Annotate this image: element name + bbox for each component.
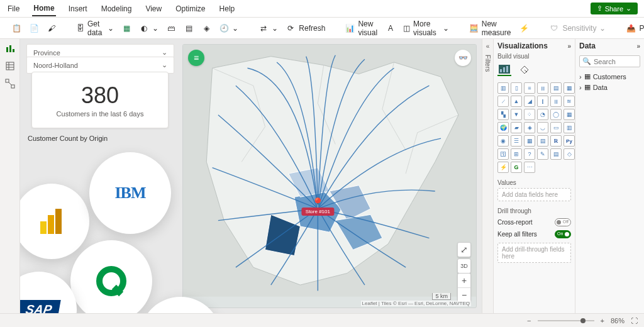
model-view-button[interactable] [4, 78, 16, 89]
zoom-out-button[interactable]: − [527, 317, 531, 324]
table-view-button[interactable] [4, 60, 16, 72]
format-visual-tab[interactable] [518, 64, 531, 76]
quick-measure-button[interactable]: ⚡ [515, 21, 533, 35]
format-painter-button[interactable]: 🖌 [43, 21, 60, 35]
zoom-slider[interactable] [538, 320, 594, 321]
menu-modeling[interactable]: Modeling [100, 2, 133, 16]
menu-view[interactable]: View [144, 2, 163, 16]
viz-100-bar[interactable]: ▤ [550, 82, 562, 94]
viz-gauge[interactable]: ◡ [537, 122, 548, 133]
excel-button[interactable]: ▦ [118, 21, 135, 35]
values-dropzone[interactable]: Add data fields here [497, 188, 571, 201]
viz-funnel[interactable]: ▼ [511, 109, 522, 120]
map-zoom-out-button[interactable]: − [458, 288, 470, 302]
viz-stacked-column[interactable]: ▯ [511, 82, 522, 94]
sql-button[interactable]: 🗃 [162, 21, 180, 35]
build-visual-tab[interactable] [497, 64, 511, 76]
viz-powerautomate[interactable]: ⚡ [497, 162, 509, 173]
viz-clustered-bar[interactable]: ≡ [524, 82, 535, 94]
refresh-button[interactable]: ⟳Refresh [282, 21, 329, 35]
publish-button[interactable]: 📤Publish [622, 21, 644, 35]
expand-right-icon[interactable]: » [567, 43, 571, 50]
viz-narrative[interactable]: ✎ [537, 148, 548, 160]
viz-scatter[interactable]: ⁘ [524, 109, 535, 120]
filters-pane-collapsed[interactable]: « Filters [482, 39, 493, 313]
expand-right-icon[interactable]: » [636, 43, 640, 50]
viz-pie[interactable]: ◔ [537, 109, 548, 120]
viz-kpi[interactable]: ◉ [497, 135, 509, 147]
datahub-button[interactable]: ◐⌄ [135, 21, 162, 35]
viz-r-script[interactable]: R [550, 135, 562, 147]
viz-azure-map[interactable]: ◈ [524, 122, 535, 133]
viz-paginated[interactable]: ▤ [550, 148, 562, 160]
viz-matrix[interactable]: ▤ [537, 135, 548, 147]
paste-button[interactable]: 📋 [8, 21, 25, 35]
viz-stacked-bar[interactable]: ▥ [497, 82, 509, 94]
viz-ribbon[interactable]: ≋ [564, 96, 575, 107]
menu-help[interactable]: Help [218, 2, 236, 16]
table-data[interactable]: › ▦ Data [579, 82, 640, 92]
more-visuals-button[interactable]: ◫More visuals⌄ [399, 18, 453, 39]
map-poi-button[interactable]: 👓 [455, 50, 471, 66]
viz-100-column[interactable]: ▦ [564, 82, 575, 94]
fit-to-page-button[interactable]: ⛶ [631, 317, 638, 324]
share-button[interactable]: ⇪ Share ⌄ [591, 3, 638, 14]
recent-sources-button[interactable]: 🕘⌄ [215, 21, 242, 35]
keep-filters-label: Keep all filters [497, 231, 537, 238]
viz-python[interactable]: Py [564, 135, 575, 147]
viz-decomposition[interactable]: ⊞ [511, 148, 522, 160]
vendor-logos-overlay: IBM SAP salesforce 🌐esri [20, 152, 240, 313]
viz-powerapps[interactable]: ◇ [564, 148, 575, 160]
table-customers[interactable]: › ▦ Customers [579, 71, 640, 82]
chevron-down-icon: ⌄ [152, 24, 158, 33]
viz-waterfall[interactable]: ▚ [497, 109, 509, 120]
menu-file[interactable]: File [6, 2, 21, 16]
zoom-in-button[interactable]: + [601, 317, 604, 324]
viz-line[interactable]: ⟋ [497, 96, 509, 107]
new-visual-button[interactable]: 📊New visual [341, 18, 382, 39]
drill-dropzone[interactable]: Add drill-through fields here [497, 243, 571, 263]
keep-filters-toggle[interactable]: On [555, 230, 571, 238]
viz-treemap[interactable]: ▦ [564, 109, 575, 120]
viz-map[interactable]: 🌍 [497, 122, 509, 133]
viz-donut[interactable]: ◯ [550, 109, 562, 120]
search-input[interactable] [594, 58, 637, 65]
values-label: Values [497, 179, 571, 186]
map-zoom-in-button[interactable]: + [458, 274, 470, 287]
map-menu-button[interactable]: ≡ [188, 50, 204, 66]
viz-key-influencers[interactable]: ⚿ [497, 148, 509, 160]
report-view-button[interactable] [4, 43, 16, 54]
viz-multi-card[interactable]: ▥ [564, 122, 575, 133]
province-slicer-value[interactable]: Noord-Holland ⌄ [26, 57, 174, 74]
dataverse-button[interactable]: ◈ [197, 21, 215, 35]
menu-home[interactable]: Home [32, 1, 55, 16]
viz-card[interactable]: ▭ [550, 122, 562, 133]
viz-table[interactable]: ▦ [524, 135, 535, 147]
map-3d-button[interactable]: 3D [458, 259, 470, 273]
viz-more[interactable]: ⋯ [524, 162, 535, 173]
transform-data-button[interactable]: ⇄⌄ [255, 21, 282, 35]
viz-clustered-column[interactable]: ⫼ [537, 82, 548, 94]
viz-qna[interactable]: ? [524, 148, 535, 160]
copy-button[interactable]: 📄 [25, 21, 43, 35]
text-box-button[interactable]: A [382, 21, 399, 35]
viz-area[interactable]: ▲ [511, 96, 522, 107]
viz-slicer[interactable]: ☰ [511, 135, 522, 147]
enter-data-button[interactable]: ▤ [180, 21, 197, 35]
search-box[interactable]: 🔍 [579, 55, 640, 67]
get-data-button[interactable]: 🗄 Get data ⌄ [73, 18, 118, 39]
viz-custom[interactable]: G [511, 162, 522, 173]
report-canvas[interactable]: Province ⌄ Noord-Holland ⌄ 380 Customers… [20, 39, 482, 313]
viz-filled-map[interactable]: ▰ [511, 122, 522, 133]
sensitivity-button[interactable]: 🛡Sensitivity⌄ [545, 21, 609, 35]
viz-stacked-area[interactable]: ◢ [524, 96, 535, 107]
new-measure-button[interactable]: 🧮New measure [465, 18, 516, 39]
menu-optimize[interactable]: Optimize [174, 2, 206, 16]
card-visual[interactable]: 380 Customers in the last 6 days [31, 72, 169, 128]
map-expand-button[interactable]: ⤢ [458, 243, 470, 257]
table-label: Customers [593, 73, 626, 80]
cross-report-toggle[interactable]: Off [555, 218, 571, 226]
menu-insert[interactable]: Insert [67, 2, 89, 16]
viz-line-clustered[interactable]: ⫼ [550, 96, 562, 107]
viz-line-column[interactable]: ⫿ [537, 96, 548, 107]
